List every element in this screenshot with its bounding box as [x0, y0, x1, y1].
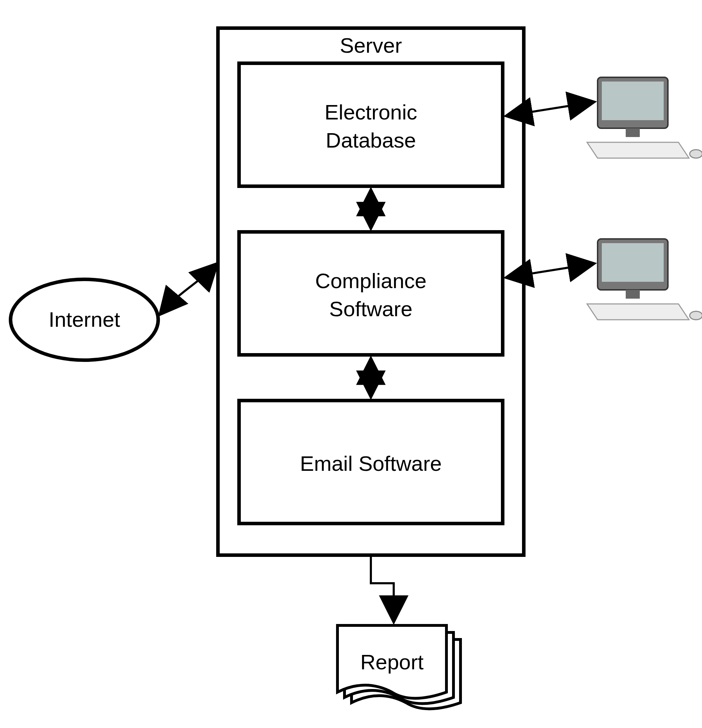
report-node: Report [337, 625, 460, 709]
svg-point-7 [690, 311, 702, 320]
database-label-1: Electronic [324, 101, 417, 124]
internet-label: Internet [49, 308, 120, 331]
svg-rect-6 [626, 290, 640, 299]
arrow-server-report [371, 556, 394, 622]
svg-point-3 [690, 150, 702, 158]
svg-rect-1 [602, 81, 664, 120]
compliance-box [239, 232, 503, 355]
computer-icon-2 [587, 239, 702, 320]
compliance-label-2: Software [329, 297, 413, 321]
diagram-canvas: Server Electronic Database Compliance So… [0, 0, 702, 728]
compliance-label-1: Compliance [315, 269, 427, 293]
computer-icon-1 [587, 77, 702, 158]
arrow-db-computer1 [506, 102, 594, 116]
svg-rect-2 [626, 128, 640, 137]
server-title: Server [340, 34, 402, 57]
database-box [239, 63, 503, 186]
svg-rect-5 [602, 243, 664, 282]
arrow-internet-server [160, 263, 217, 315]
arrow-compliance-computer2 [506, 263, 594, 277]
report-label: Report [360, 650, 424, 674]
email-label: Email Software [300, 452, 441, 475]
database-label-2: Database [326, 129, 416, 152]
